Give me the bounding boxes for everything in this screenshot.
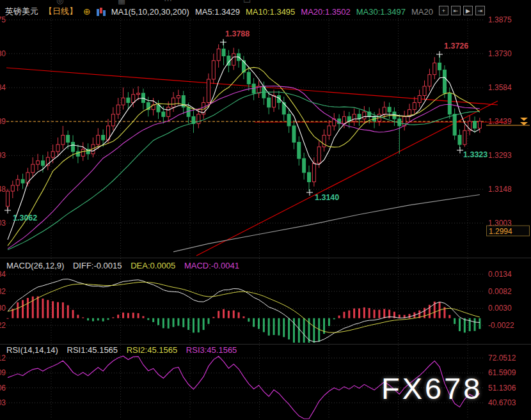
price-axis-label-left-clipped: 1.3148 [0, 185, 6, 194]
candle [433, 63, 436, 74]
clipped-box-icon: ▭ [243, 0, 251, 5]
macd-axis-label-left-clipped: -0.0022 [0, 321, 6, 330]
candle [383, 107, 386, 114]
candle [463, 130, 466, 144]
toolbar: 英镑美元 【日线】 ⊕ MA1(5,10,20,30,200) MA5:1.34… [5, 6, 433, 17]
candle [353, 114, 356, 121]
candle [292, 126, 296, 143]
candle [212, 61, 215, 79]
price-axis-label: 1.3730 [488, 49, 512, 58]
candle [41, 161, 44, 166]
rsi-axis-label-left-clipped: 72.0512 [0, 354, 6, 362]
scroll-left-icon[interactable]: ⇤ [451, 6, 461, 15]
candle [162, 112, 165, 116]
clipped-circle-icon: ◎ [56, 0, 63, 5]
candle [116, 105, 120, 114]
candle [16, 180, 19, 185]
candle [36, 161, 40, 164]
ma30-value: MA30:1.3497 [356, 7, 406, 17]
macd-diff-value: DIFF:-0.0015 [73, 261, 122, 270]
macd-axis-label-left-clipped: 0.0030 [0, 304, 6, 313]
candle [207, 79, 210, 102]
macd-axis-label: -0.0022 [488, 321, 514, 330]
swing-annotation: 1.3140 [315, 193, 339, 202]
clipped-grid-icon: ▦ [118, 0, 125, 5]
clipped-more-icon: ⋯ [164, 0, 172, 5]
candle [423, 86, 426, 96]
price-axis-label: 1.3584 [488, 83, 512, 92]
candle [81, 149, 84, 156]
macd-axis-label-left-clipped: 0.0134 [0, 270, 6, 279]
period-label[interactable]: 【日线】 [44, 6, 77, 17]
symbol-name[interactable]: 英镑美元 [5, 6, 38, 17]
macd-header: MACD(26,12,9) DIFF:-0.0015 DEA:0.0005 MA… [6, 261, 246, 270]
candle [267, 98, 271, 107]
pan-move-icon[interactable]: + [439, 6, 448, 15]
price-axis-label: 1.3293 [488, 151, 512, 160]
kline-chart-icon[interactable] [97, 8, 106, 16]
price-axis-label-left-clipped: 1.3730 [0, 49, 6, 58]
candle [102, 136, 105, 140]
candle [342, 116, 345, 123]
chart-tool-buttons: + ⇤ ▶ ⇥ [439, 6, 485, 15]
price-axis-label-left-clipped: 1.3584 [0, 83, 6, 92]
candle [312, 163, 315, 182]
candle [413, 102, 416, 109]
candle [217, 49, 220, 61]
rsi3-value: RSI3:45.1565 [186, 345, 237, 355]
swing-annotation: 1.3062 [13, 214, 37, 222]
candle [127, 98, 130, 102]
macd-title: MACD(26,12,9) [6, 261, 64, 270]
candle [297, 142, 301, 159]
candle [388, 107, 391, 112]
candle [328, 126, 331, 136]
candle [473, 121, 477, 128]
macd-dea-value: DEA:0.0005 [131, 261, 175, 270]
price-axis-label-left-clipped: 1.3293 [0, 151, 6, 160]
candle [317, 147, 321, 164]
candle [453, 114, 456, 136]
rsi-axis-label-left-clipped: 51.1306 [0, 384, 6, 393]
plus-circle-icon[interactable]: ⊕ [83, 8, 91, 15]
candle [11, 185, 14, 191]
price-axis-label-left-clipped: 1.3439 [0, 117, 6, 126]
candle [287, 114, 290, 126]
ma-settings-label[interactable]: MA1(5,10,20,30,200) [111, 7, 189, 17]
candle [308, 173, 311, 182]
macd-axis-label: 0.0030 [488, 304, 512, 313]
scroll-right-icon[interactable]: ⇥ [475, 6, 485, 15]
price-axis-label: 1.3875 [488, 15, 512, 24]
candle [61, 136, 65, 145]
chart-canvas[interactable]: 1.38751.38751.37301.37301.35841.35841.34… [0, 0, 531, 420]
play-icon[interactable]: ▶ [463, 6, 473, 15]
candle [273, 96, 276, 107]
candle [67, 136, 70, 143]
ma20-value: MA20:1.3502 [301, 7, 350, 17]
candle [222, 49, 225, 56]
candle [97, 136, 100, 145]
macd-value: MACD:-0.0041 [184, 261, 239, 270]
candle [443, 70, 446, 93]
swing-annotation: 1.3323 [463, 150, 487, 159]
candle [51, 152, 54, 157]
chart-app: 1.38751.38751.37301.37301.35841.35841.34… [0, 0, 531, 420]
price-axis-label-left-clipped: 1.3003 [0, 219, 6, 228]
price-axis-label: 1.3439 [488, 117, 512, 126]
macd-axis-label: 0.0082 [488, 287, 512, 296]
rsi-axis-label: 51.1306 [488, 384, 516, 393]
candle [72, 142, 75, 152]
candle [458, 136, 461, 145]
rsi-header: RSI(14,14,14) RSI1:45.1565 RSI2:45.1565 … [6, 345, 243, 355]
candle [172, 98, 175, 107]
rsi-axis-label: 61.5909 [488, 368, 516, 377]
rsi-axis-label-left-clipped: 40.6703 [0, 398, 6, 407]
rsi1-value: RSI1:45.1565 [67, 345, 118, 355]
rsi-axis-label-left-clipped: 61.5909 [0, 368, 6, 377]
candle [303, 159, 306, 173]
candle [418, 96, 421, 103]
candle [122, 98, 125, 105]
candle [6, 191, 10, 206]
rsi2-value: RSI2:45.1565 [127, 345, 178, 355]
rsi-axis-label: 40.6703 [488, 398, 516, 407]
candle [177, 96, 180, 98]
